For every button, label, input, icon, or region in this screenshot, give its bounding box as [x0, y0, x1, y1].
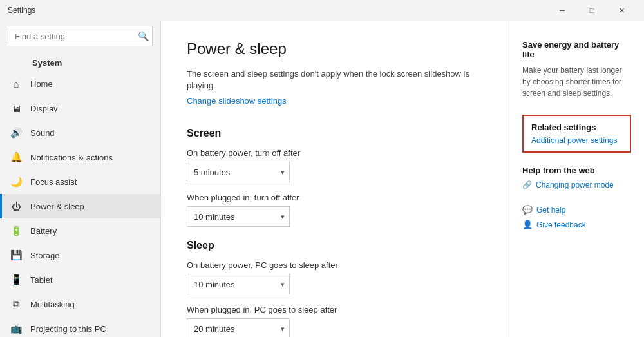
storage-icon: 💾 [10, 249, 23, 262]
sidebar-item-label-battery: Battery [30, 226, 57, 236]
search-area: 🔍 [8, 26, 153, 46]
screen-plugged-row: When plugged in, turn off after 1 minute… [187, 193, 483, 227]
sidebar-item-multitasking[interactable]: ⧉ Multitasking [0, 292, 160, 316]
sound-icon: 🔊 [10, 126, 23, 139]
sidebar-item-label-notifications: Notifications & actions [30, 153, 113, 162]
search-icon[interactable]: 🔍 [138, 31, 149, 41]
sidebar-item-sound[interactable]: 🔊 Sound [0, 120, 160, 145]
main-content: Power & sleep The screen and sleep setti… [161, 21, 509, 337]
sleep-plugged-row: When plugged in, PC goes to sleep after … [187, 305, 483, 337]
sidebar-item-label-display: Display [30, 104, 58, 113]
screen-battery-row: On battery power, turn off after 1 minut… [187, 148, 483, 182]
sidebar-item-battery[interactable]: 🔋 Battery [0, 218, 160, 243]
screen-plugged-dropdown-wrapper: 1 minute 2 minutes 3 minutes 5 minutes 1… [187, 206, 290, 227]
give-feedback-link[interactable]: 👤 Give feedback [522, 220, 631, 229]
sidebar-item-tablet[interactable]: 📱 Tablet [0, 267, 160, 292]
related-settings-box: Related settings Additional power settin… [522, 115, 631, 153]
additional-power-settings-link[interactable]: Additional power settings [531, 136, 617, 145]
multitasking-icon: ⧉ [10, 298, 23, 311]
restore-button[interactable]: □ [577, 0, 607, 21]
feedback-section: 💬 Get help 👤 Give feedback [522, 205, 631, 229]
sidebar-item-display[interactable]: 🖥 Display [0, 96, 160, 120]
give-feedback-icon: 👤 [522, 220, 533, 229]
changing-power-icon: 🔗 [522, 180, 532, 189]
sleep-plugged-dropdown-wrapper: 1 minute 2 minutes 3 minutes 5 minutes 1… [187, 318, 290, 337]
sleep-battery-dropdown-wrapper: 1 minute 2 minutes 3 minutes 5 minutes 1… [187, 274, 290, 294]
sidebar-item-notifications[interactable]: 🔔 Notifications & actions [0, 145, 160, 169]
sleep-section-title: Sleep [187, 240, 483, 251]
focus-icon: 🌙 [10, 175, 23, 188]
screen-section-title: Screen [187, 128, 483, 139]
sidebar-item-label-sound: Sound [30, 128, 55, 138]
screen-plugged-dropdown[interactable]: 1 minute 2 minutes 3 minutes 5 minutes 1… [187, 206, 290, 227]
app-body: 🔍 System ⌂ Home 🖥 Display 🔊 Sound 🔔 Noti… [0, 21, 644, 337]
sidebar-item-label-storage: Storage [30, 251, 60, 260]
battery-icon: 🔋 [10, 224, 23, 237]
window-controls: ─ □ ✕ [547, 0, 636, 21]
get-help-link[interactable]: 💬 Get help [522, 205, 631, 215]
sidebar-item-label-power: Power & sleep [30, 202, 84, 211]
right-panel: Save energy and battery life Make your b… [509, 21, 644, 337]
sidebar-item-label-tablet: Tablet [30, 275, 53, 285]
sidebar: 🔍 System ⌂ Home 🖥 Display 🔊 Sound 🔔 Noti… [0, 21, 161, 337]
screen-battery-label: On battery power, turn off after [187, 148, 483, 158]
home-icon: ⌂ [10, 77, 23, 90]
changing-power-link[interactable]: 🔗 Changing power mode [522, 180, 631, 189]
info-text: The screen and sleep settings don't appl… [187, 68, 483, 91]
sleep-plugged-label: When plugged in, PC goes to sleep after [187, 305, 483, 314]
sleep-battery-dropdown[interactable]: 1 minute 2 minutes 3 minutes 5 minutes 1… [187, 274, 290, 294]
sleep-battery-row: On battery power, PC goes to sleep after… [187, 260, 483, 294]
power-icon: ⏻ [10, 200, 23, 213]
help-title: Help from the web [522, 166, 631, 175]
sidebar-item-label-focus: Focus assist [30, 177, 77, 187]
sidebar-item-focus[interactable]: 🌙 Focus assist [0, 169, 160, 194]
tablet-icon: 📱 [10, 273, 23, 286]
sleep-plugged-dropdown[interactable]: 1 minute 2 minutes 3 minutes 5 minutes 1… [187, 318, 290, 337]
help-section: Help from the web 🔗 Changing power mode [522, 166, 631, 189]
page-title: Power & sleep [187, 40, 483, 58]
sidebar-item-storage[interactable]: 💾 Storage [0, 243, 160, 267]
sidebar-item-label-multitasking: Multitasking [30, 300, 75, 309]
close-button[interactable]: ✕ [607, 0, 636, 21]
save-energy-title: Save energy and battery life [522, 40, 631, 59]
screen-battery-dropdown[interactable]: 1 minute 2 minutes 3 minutes 5 minutes 1… [187, 162, 290, 182]
sidebar-item-projecting[interactable]: 📺 Projecting to this PC [0, 316, 160, 337]
related-settings-title: Related settings [531, 122, 622, 132]
search-input[interactable] [8, 26, 153, 46]
get-help-icon: 💬 [522, 205, 533, 215]
titlebar: Settings ─ □ ✕ [0, 0, 644, 21]
screen-plugged-label: When plugged in, turn off after [187, 193, 483, 202]
sidebar-section-label: System [0, 52, 160, 72]
minimize-button[interactable]: ─ [547, 0, 577, 21]
sleep-battery-label: On battery power, PC goes to sleep after [187, 260, 483, 270]
app-title: Settings [8, 6, 35, 15]
sidebar-item-label-projecting: Projecting to this PC [30, 324, 106, 334]
sidebar-item-power[interactable]: ⏻ Power & sleep [0, 194, 160, 218]
display-icon: 🖥 [10, 102, 23, 115]
sidebar-item-home[interactable]: ⌂ Home [0, 72, 160, 96]
sidebar-item-label-home: Home [30, 79, 53, 89]
save-energy-text: Make your battery last longer by choosin… [522, 64, 631, 99]
screen-battery-dropdown-wrapper: 1 minute 2 minutes 3 minutes 5 minutes 1… [187, 162, 290, 182]
change-slideshow-link[interactable]: Change slideshow settings [187, 96, 287, 106]
save-energy-section: Save energy and battery life Make your b… [522, 40, 631, 99]
notifications-icon: 🔔 [10, 151, 23, 164]
projecting-icon: 📺 [10, 322, 23, 335]
